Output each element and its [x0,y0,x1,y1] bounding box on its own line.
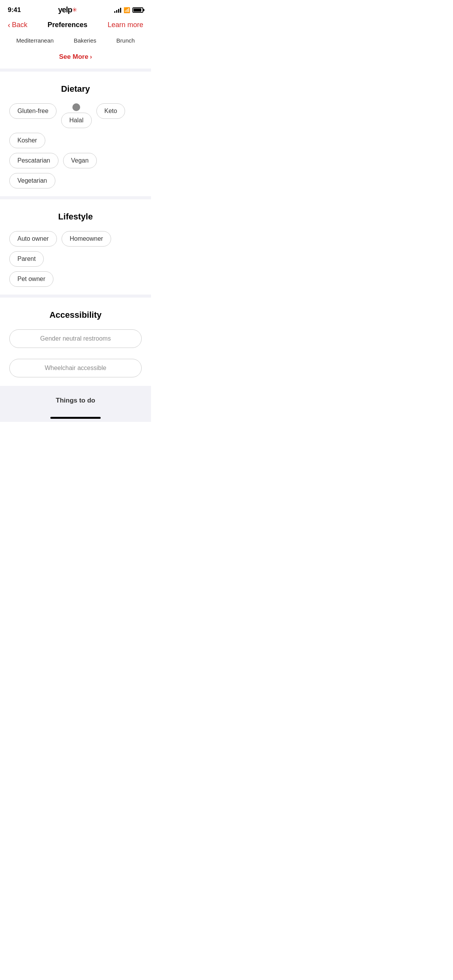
homeowner-pill[interactable]: Homeowner [62,231,111,247]
gluten-free-pill[interactable]: Gluten-free [9,103,57,119]
vegan-wrapper: Vegan [63,153,97,168]
status-icons: 📶 [114,7,143,13]
see-more-button[interactable]: See More › [59,53,92,61]
back-label: Back [12,21,27,29]
tab-mediterranean[interactable]: Mediterranean [16,37,54,44]
kosher-wrapper: Kosher [9,133,45,148]
accessibility-title: Accessibility [9,310,142,320]
halal-dot-indicator [72,103,80,111]
lifestyle-pills-row-2: Pet owner [9,271,142,287]
battery-icon [132,7,143,13]
things-to-do-label: Things to do [9,397,142,408]
tab-bakeries[interactable]: Bakeries [74,37,96,44]
dietary-title: Dietary [9,84,142,94]
yelp-logo: yelp [58,5,72,14]
dietary-pills-row-2: Pescatarian Vegan Vegetarian [9,153,142,188]
accessibility-pills: Gender neutral restrooms Wheelchair acce… [9,329,142,383]
gluten-free-wrapper: Gluten-free [9,103,57,128]
lifestyle-title: Lifestyle [9,212,142,222]
gender-neutral-pill[interactable]: Gender neutral restrooms [9,329,142,348]
keto-pill[interactable]: Keto [96,103,125,119]
bottom-divider [0,386,151,389]
vegetarian-wrapper: Vegetarian [9,173,55,188]
auto-owner-pill[interactable]: Auto owner [9,231,57,247]
tab-brunch[interactable]: Brunch [117,37,135,44]
vegan-pill[interactable]: Vegan [63,153,97,168]
back-button[interactable]: ‹ Back [8,21,27,29]
nav-header: ‹ Back Preferences Learn more [0,17,151,34]
wheelchair-accessible-pill[interactable]: Wheelchair accessible [9,359,142,377]
home-indicator-area [0,411,151,422]
see-more-container: See More › [0,50,151,69]
lifestyle-divider [0,196,151,199]
category-tabs: Mediterranean Bakeries Brunch [0,34,151,50]
dietary-pills-row-1: Gluten-free Halal Keto Kosher [9,103,142,148]
learn-more-button[interactable]: Learn more [108,21,143,29]
signal-icon [114,7,121,13]
back-chevron-icon: ‹ [8,21,10,29]
lifestyle-pills-row-1: Auto owner Homeowner Parent [9,231,142,267]
accessibility-divider [0,295,151,298]
bottom-section: Things to do [0,389,151,411]
halal-pill[interactable]: Halal [61,113,91,128]
wifi-icon: 📶 [124,7,130,13]
vegetarian-pill[interactable]: Vegetarian [9,173,55,188]
status-center: yelp✳ [58,5,77,14]
home-indicator [50,417,101,419]
yelp-star-icon: ✳ [72,6,77,14]
halal-wrapper: Halal [61,103,91,128]
dietary-section: Dietary Gluten-free Halal Keto Kosher Pe… [0,72,151,196]
status-bar: 9:41 yelp✳ 📶 [0,0,151,17]
see-more-label: See More [59,53,89,61]
page-title: Preferences [48,21,88,29]
pet-owner-pill[interactable]: Pet owner [9,271,53,287]
accessibility-section: Accessibility Gender neutral restrooms W… [0,298,151,386]
section-divider [0,69,151,72]
kosher-pill[interactable]: Kosher [9,133,45,148]
status-time: 9:41 [8,6,21,14]
pescatarian-pill[interactable]: Pescatarian [9,153,58,168]
pescatarian-wrapper: Pescatarian [9,153,58,168]
keto-wrapper: Keto [96,103,125,128]
see-more-chevron-icon: › [90,53,92,60]
parent-pill[interactable]: Parent [9,251,44,267]
lifestyle-section: Lifestyle Auto owner Homeowner Parent Pe… [0,199,151,295]
